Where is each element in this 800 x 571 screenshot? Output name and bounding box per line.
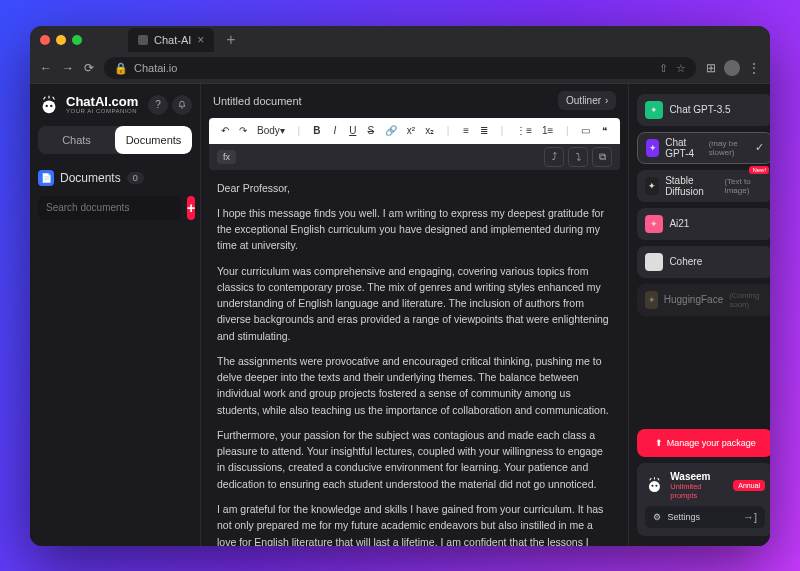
add-document-button[interactable]: + xyxy=(187,196,195,220)
model-option[interactable]: ✦Chat GPT-3.5 xyxy=(637,94,770,126)
user-card: Waseem Unlimited prompts Annual ⚙ Settin… xyxy=(637,463,770,536)
underline-button[interactable]: U xyxy=(345,123,361,138)
extensions-icon[interactable]: ⊞ xyxy=(706,61,716,75)
italic-button[interactable]: I xyxy=(327,123,343,138)
superscript-button[interactable]: x² xyxy=(403,123,419,138)
model-panel: ✦Chat GPT-3.5✦Chat GPT-4 (may be slower)… xyxy=(629,84,770,546)
notifications-button[interactable] xyxy=(172,95,192,115)
svg-point-0 xyxy=(43,100,56,113)
forward-button[interactable]: → xyxy=(62,61,74,75)
model-icon: ✦ xyxy=(645,101,663,119)
paragraph: I am grateful for the knowledge and skil… xyxy=(217,501,612,545)
check-icon: ✓ xyxy=(755,141,764,154)
gear-icon: ⚙ xyxy=(653,512,661,522)
bullet-list-button[interactable]: ⋮≡ xyxy=(512,123,536,138)
settings-button[interactable]: ⚙ Settings →] xyxy=(645,506,765,528)
brand-logo-icon xyxy=(38,94,60,116)
minimize-window-button[interactable] xyxy=(56,35,66,45)
documents-section-header: 📄 Documents 0 xyxy=(38,170,192,186)
model-icon: ✦ xyxy=(646,139,659,157)
document-title[interactable]: Untitled document xyxy=(213,95,302,107)
quote-button[interactable]: ❝ xyxy=(596,123,612,138)
editor-pane: Untitled document Outliner › ↶ ↷ Body ▾ … xyxy=(200,84,629,546)
documents-icon: 📄 xyxy=(38,170,54,186)
model-option[interactable]: ✦Cohere xyxy=(637,246,770,278)
url-text: Chatai.io xyxy=(134,62,177,74)
brand-tagline: YOUR AI COMPANION xyxy=(66,108,138,114)
favicon-icon xyxy=(138,35,148,45)
sidebar-tabs: Chats Documents xyxy=(38,126,192,154)
close-tab-button[interactable]: × xyxy=(197,33,204,47)
tab-chats[interactable]: Chats xyxy=(38,126,115,154)
svg-point-4 xyxy=(652,485,654,487)
secondary-toolbar: fx ⤴ ⤵ ⧉ xyxy=(209,144,620,170)
user-name: Waseem xyxy=(670,471,727,482)
copy-button[interactable]: ⧉ xyxy=(592,147,612,167)
close-window-button[interactable] xyxy=(40,35,50,45)
align-center-button[interactable]: ≣ xyxy=(476,123,492,138)
search-documents-input[interactable] xyxy=(38,196,181,220)
tab-documents[interactable]: Documents xyxy=(115,126,192,154)
upload-button[interactable]: ⤴ xyxy=(544,147,564,167)
format-toolbar: ↶ ↷ Body ▾ | B I U S 🔗 x² x₂ | ≡ ≣ | ⋮≡ … xyxy=(209,118,620,144)
back-button[interactable]: ← xyxy=(40,61,52,75)
window-titlebar: Chat-AI × + xyxy=(30,26,770,54)
brand-name: ChatAI.com xyxy=(66,95,138,108)
help-button[interactable]: ? xyxy=(148,95,168,115)
reload-button[interactable]: ⟳ xyxy=(84,61,94,75)
link-button[interactable]: 🔗 xyxy=(381,123,401,138)
browser-menu-icon[interactable]: ⋮ xyxy=(748,61,760,75)
model-option[interactable]: ✦Ai21 xyxy=(637,208,770,240)
bookmark-icon[interactable]: ☆ xyxy=(676,62,686,75)
browser-profile-avatar[interactable] xyxy=(724,60,740,76)
model-name: Chat GPT-3.5 xyxy=(669,104,730,115)
browser-tab[interactable]: Chat-AI × xyxy=(128,28,214,52)
browser-toolbar: ← → ⟳ 🔒 Chatai.io ⇧ ☆ ⊞ ⋮ xyxy=(30,54,770,84)
bold-button[interactable]: B xyxy=(309,123,325,138)
document-body[interactable]: Dear Professor, I hope this message find… xyxy=(201,170,628,546)
documents-count: 0 xyxy=(127,172,144,184)
paragraph: Dear Professor, xyxy=(217,180,612,196)
paragraph: Furthermore, your passion for the subjec… xyxy=(217,427,612,492)
user-avatar-icon xyxy=(645,475,664,495)
svg-point-3 xyxy=(649,481,660,492)
subscript-button[interactable]: x₂ xyxy=(421,123,438,138)
model-option[interactable]: ✦Stable Diffusion (Text to Image)New! xyxy=(637,170,770,202)
outliner-button[interactable]: Outliner › xyxy=(558,91,616,110)
model-option[interactable]: ✦Chat GPT-4 (may be slower)✓ xyxy=(637,132,770,164)
numbered-list-button[interactable]: 1≡ xyxy=(538,123,557,138)
documents-label: Documents xyxy=(60,171,121,185)
model-name: Cohere xyxy=(669,256,702,267)
address-bar[interactable]: 🔒 Chatai.io ⇧ ☆ xyxy=(104,57,696,79)
browser-tab-title: Chat-AI xyxy=(154,34,191,46)
share-icon[interactable]: ⇧ xyxy=(659,62,668,75)
maximize-window-button[interactable] xyxy=(72,35,82,45)
svg-point-2 xyxy=(50,104,52,106)
package-icon: ⬆ xyxy=(655,438,663,448)
svg-point-5 xyxy=(656,485,658,487)
model-icon: ✦ xyxy=(645,215,663,233)
logout-button[interactable]: →] xyxy=(743,511,757,523)
model-name: Chat GPT-4 xyxy=(665,137,703,159)
model-hint: (Coming soon) xyxy=(729,291,765,309)
model-option[interactable]: ✦HuggingFace (Coming soon) xyxy=(637,284,770,316)
new-tab-button[interactable]: + xyxy=(226,31,235,49)
image-button[interactable]: ▭ xyxy=(577,123,594,138)
model-icon: ✦ xyxy=(645,253,663,271)
align-left-button[interactable]: ≡ xyxy=(458,123,474,138)
paragraph: Your curriculum was comprehensive and en… xyxy=(217,263,612,344)
style-select[interactable]: Body ▾ xyxy=(253,123,289,138)
manage-package-button[interactable]: ⬆ Manage your package xyxy=(637,429,770,457)
paragraph: I hope this message finds you well. I am… xyxy=(217,205,612,254)
model-name: HuggingFace xyxy=(664,294,723,305)
model-icon: ✦ xyxy=(645,291,657,309)
redo-button[interactable]: ↷ xyxy=(235,123,251,138)
fx-badge[interactable]: fx xyxy=(217,150,236,164)
download-button[interactable]: ⤵ xyxy=(568,147,588,167)
svg-point-1 xyxy=(46,104,48,106)
strike-button[interactable]: S xyxy=(363,123,379,138)
lock-icon: 🔒 xyxy=(114,62,128,75)
new-badge: New! xyxy=(749,166,769,174)
plan-badge: Annual xyxy=(733,480,765,491)
undo-button[interactable]: ↶ xyxy=(217,123,233,138)
